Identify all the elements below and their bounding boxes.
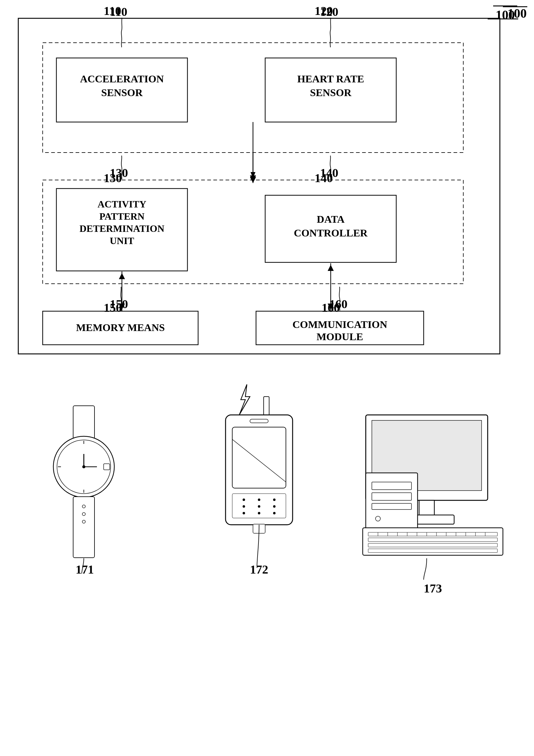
ref-130: 130 <box>104 171 122 185</box>
ref-140: 140 <box>315 171 333 185</box>
ref-100: 100 <box>493 6 517 22</box>
ref-120: 120 <box>315 4 333 18</box>
diagram-container: 100 110 120 130 140 150 160 ACCELERATION… <box>0 0 534 756</box>
ref-110: 110 <box>104 4 121 18</box>
ref-160: 160 <box>321 301 340 315</box>
ref-150: 150 <box>104 301 122 315</box>
